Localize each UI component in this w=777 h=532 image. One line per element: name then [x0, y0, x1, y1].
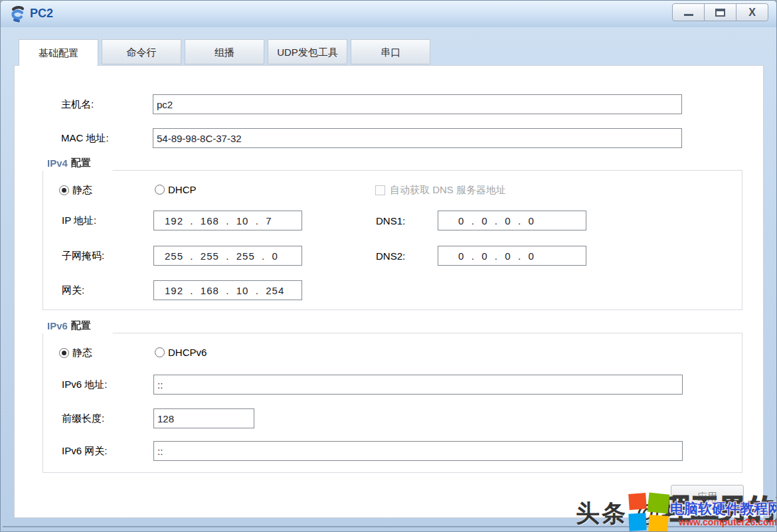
ipv4-group-label-en: IPv4 [47, 157, 68, 169]
prefix-length-label: 前缀长度: [62, 408, 104, 429]
ipv4-dhcp-label: DHCP [168, 184, 197, 195]
radio-unchecked-icon [155, 185, 165, 195]
radio-unchecked-icon [155, 347, 165, 357]
close-button[interactable]: X [736, 3, 768, 21]
ipv6-config-group: IPv6 配置 静态 DHCPv6 IPv6 地址: 前缀长度: IPv6 网关… [43, 333, 742, 473]
dns2-label: DNS2: [376, 246, 405, 266]
ipv4-static-label: 静态 [72, 184, 92, 197]
radio-checked-icon [59, 185, 69, 195]
checkbox-unchecked-icon [375, 185, 385, 195]
tab-bar: 基础配置 命令行 组播 UDP发包工具 串口 [19, 39, 434, 66]
ipv4-dhcp-radio[interactable]: DHCP [155, 184, 197, 195]
ipv6-address-label: IPv6 地址: [62, 375, 107, 395]
hostname-label: 主机名: [61, 94, 94, 115]
apply-button[interactable]: 应用 [671, 485, 744, 509]
ip-address-input[interactable] [153, 211, 302, 230]
titlebar[interactable]: PC2 X [1, 1, 776, 27]
subnet-mask-input[interactable] [153, 246, 302, 266]
ipv6-static-radio[interactable]: 静态 [59, 347, 92, 359]
ensp-app-icon [9, 5, 27, 23]
minimize-icon [684, 14, 693, 16]
basic-config-panel: 主机名: MAC 地址: IPv4 配置 静态 DHCP 自动获取 DNS 服务… [14, 65, 764, 518]
close-icon: X [748, 7, 756, 18]
maximize-icon [715, 9, 725, 17]
tab-command-line[interactable]: 命令行 [102, 39, 181, 64]
dns1-label: DNS1: [376, 211, 405, 231]
ipv6-dhcp-radio[interactable]: DHCPv6 [155, 347, 207, 358]
ipv4-static-radio[interactable]: 静态 [59, 184, 92, 197]
ipv6-group-label-en: IPv6 [47, 320, 68, 331]
prefix-length-input[interactable] [153, 408, 254, 428]
minimize-button[interactable] [672, 3, 705, 21]
window-title: PC2 [30, 7, 53, 21]
gateway-label: 网关: [62, 280, 84, 301]
maximize-button[interactable] [704, 3, 736, 21]
ipv4-config-group: IPv4 配置 静态 DHCP 自动获取 DNS 服务器地址 IP 地址: DN… [43, 170, 742, 310]
pc-config-window: PC2 X 基础配置 命令行 组播 UDP发包工具 串口 主机名: MAC 地址… [0, 0, 777, 532]
ipv6-group-label-cn: 配置 [71, 319, 91, 332]
ipv4-group-label: IPv4 配置 [43, 155, 113, 171]
tab-serial-port[interactable]: 串口 [351, 39, 430, 64]
window-frame-bottom [3, 526, 774, 527]
dns1-input[interactable] [438, 211, 586, 230]
ipv6-address-input[interactable] [153, 375, 683, 395]
dns2-input[interactable] [438, 246, 586, 266]
ipv6-dhcp-label: DHCPv6 [168, 347, 207, 358]
radio-checked-icon [59, 348, 69, 358]
ipv6-static-label: 静态 [72, 347, 92, 359]
subnet-mask-label: 子网掩码: [62, 246, 104, 266]
tab-basic-config[interactable]: 基础配置 [19, 39, 98, 66]
tab-multicast[interactable]: 组播 [185, 39, 264, 64]
hostname-input[interactable] [153, 94, 682, 114]
mac-address-input[interactable] [153, 128, 682, 148]
ipv6-gateway-label: IPv6 网关: [62, 441, 107, 462]
gateway-input[interactable] [153, 280, 302, 300]
mac-address-label: MAC 地址: [61, 128, 109, 149]
window-controls: X [673, 3, 768, 21]
auto-dns-label: 自动获取 DNS 服务器地址 [390, 184, 506, 197]
ip-address-label: IP 地址: [62, 211, 96, 231]
ipv6-group-label: IPv6 配置 [43, 317, 113, 333]
tab-udp-tool[interactable]: UDP发包工具 [268, 39, 347, 64]
auto-dns-checkbox[interactable]: 自动获取 DNS 服务器地址 [375, 184, 506, 197]
ipv4-group-label-cn: 配置 [71, 157, 91, 169]
ipv6-gateway-input[interactable] [153, 441, 683, 461]
